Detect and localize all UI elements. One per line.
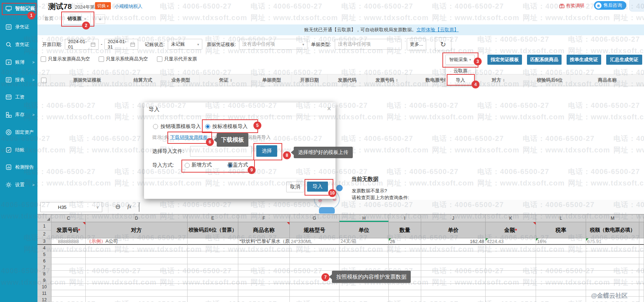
col-invoice-code[interactable]: 发票代码 [328,74,367,86]
row-number[interactable]: 11 [37,290,51,297]
sheet-cell[interactable] [290,297,339,302]
sheet-cell[interactable] [389,245,421,251]
sheet-cell[interactable] [86,271,188,277]
sheet-cell[interactable] [290,245,339,251]
sidebar-item-inventory[interactable]: 库存 > [0,109,37,121]
sidebar-item-fixed-assets[interactable]: 固定资产 [0,126,37,138]
fx-icon[interactable]: fx [127,203,131,210]
sheet-cell[interactable] [586,251,639,258]
sheet-cell[interactable] [536,290,586,297]
sheet-cell[interactable] [339,297,389,302]
sheet-cell[interactable] [536,271,586,277]
status-select[interactable]: 未记账 ▾ [168,39,202,50]
column-letter[interactable]: F [238,215,290,222]
row-number[interactable]: 2 [37,230,51,239]
cell-invoice-number[interactable]: 88888888 [51,238,86,245]
sheet-cell[interactable] [86,251,188,258]
sidebar-item-payroll[interactable]: 工资 [0,91,37,103]
sheet-cell[interactable] [639,271,644,277]
menu-item-import[interactable]: 导入 [446,76,475,85]
sheet-cell[interactable] [486,264,536,271]
switch-period-button[interactable]: 切换 ▾ [95,2,111,9]
header-quantity[interactable]: 数量 [389,222,421,238]
row-number[interactable]: 4 [37,245,51,251]
sheet-cell[interactable] [421,258,486,264]
sheet-cell[interactable] [421,264,486,271]
generate-voucher-per-doc-button[interactable]: 按单生成凭证 [567,55,601,65]
row-number[interactable]: 5 [37,251,51,258]
col-template[interactable]: 票据凭证模板 [50,74,124,86]
sheet-cell[interactable] [536,284,586,290]
sheet-cell[interactable] [639,290,644,297]
sheet-cell[interactable] [86,290,188,297]
header-tax-rate[interactable]: 税率 [536,222,586,238]
row-number[interactable]: 9 [37,277,51,284]
col-voucher[interactable]: 凭证▲▼ [200,74,252,86]
sheet-cell[interactable] [188,245,238,251]
sheet-cell[interactable] [639,284,644,290]
sidebar-item-reports[interactable]: 报表 > [0,74,37,86]
cell-unit[interactable]: 24支/箱 [339,238,389,245]
header-unit[interactable]: 单位 [339,222,389,238]
sidebar-item-test-report[interactable]: 检测报告 [0,161,37,173]
sheet-cell[interactable] [238,277,290,284]
row-number[interactable]: 10 [37,284,51,290]
sheet-cell[interactable] [421,271,486,277]
zoom-out-icon[interactable]: ⊖ [115,203,121,211]
sheet-cell[interactable] [51,245,86,251]
sheet-cell[interactable] [536,277,586,284]
cancel-button[interactable]: 取消 [286,182,304,192]
sheet-cell[interactable] [639,258,644,264]
cell-amount[interactable]: 4224.43 [486,238,536,245]
sidebar-item-closing[interactable]: 结账 [0,144,37,156]
sheet-cell[interactable] [238,258,290,264]
close-icon[interactable]: × [84,16,87,22]
col-doc-type[interactable]: 单据类型 [252,74,292,86]
col-invoice-date[interactable]: 开票日期 [292,74,328,86]
sheet-cell[interactable] [639,245,644,251]
header-counterparty[interactable]: 对方 [86,222,188,238]
menu-item-cloud-ticket[interactable]: 云取票 [446,66,475,76]
sheet-cell[interactable] [290,258,339,264]
sidebar-item-voucher-search[interactable]: 查凭证 [0,38,37,51]
sheet-cell[interactable] [51,258,86,264]
sheet-cell[interactable] [389,284,421,290]
cell-unit-price[interactable]: 162.48 [421,238,486,245]
tab-home[interactable]: 首页 [41,13,57,24]
cell-spec[interactable]: 24*330ML [290,238,339,245]
close-icon[interactable]: × [327,105,331,113]
sheet-cell[interactable] [51,251,86,258]
sheet-cell[interactable] [421,251,486,258]
header-invoice-number[interactable]: 发票号码* [51,222,86,238]
sheet-cell[interactable] [586,264,639,271]
sheet-cell[interactable] [188,284,238,290]
cell-name-box[interactable]: H35 ∨ [40,202,102,212]
sheet-cell[interactable] [486,297,536,302]
sheet-cell[interactable] [188,277,238,284]
checkbox-icon[interactable] [157,56,162,62]
sheet-cell[interactable] [586,284,639,290]
sheet-cell[interactable] [86,258,188,264]
sheet-cell[interactable] [389,251,421,258]
radio-overwrite-label[interactable]: 覆盖方式 [228,162,248,168]
col-settlement[interactable]: 结算方式 [124,74,162,86]
sheet-cell[interactable] [389,264,421,271]
select-all-corner[interactable] [37,215,51,222]
sort-icon[interactable]: ▲▼ [396,78,398,82]
sheet-cell[interactable] [339,264,389,271]
sheet-cell[interactable] [421,284,486,290]
sheet-cell[interactable] [389,297,421,302]
sheet-cell[interactable] [290,264,339,271]
checkbox-icon[interactable] [99,56,104,62]
sheet-cell[interactable] [86,284,188,290]
col-business-type[interactable]: 业务类型 [162,74,200,86]
sheet-cell[interactable] [486,271,536,277]
sheet-cell[interactable] [586,245,639,251]
column-letter[interactable]: M [586,215,639,222]
sheet-cell[interactable] [389,290,421,297]
column-letter[interactable]: G [290,215,339,222]
sheet-cell[interactable] [639,264,644,271]
col-invoice-number[interactable]: 发票号码▲▼ [367,74,407,86]
date-from-input[interactable]: 2024-01-01 [65,39,99,50]
header-goods-name[interactable]: 商品名称 [238,222,290,238]
